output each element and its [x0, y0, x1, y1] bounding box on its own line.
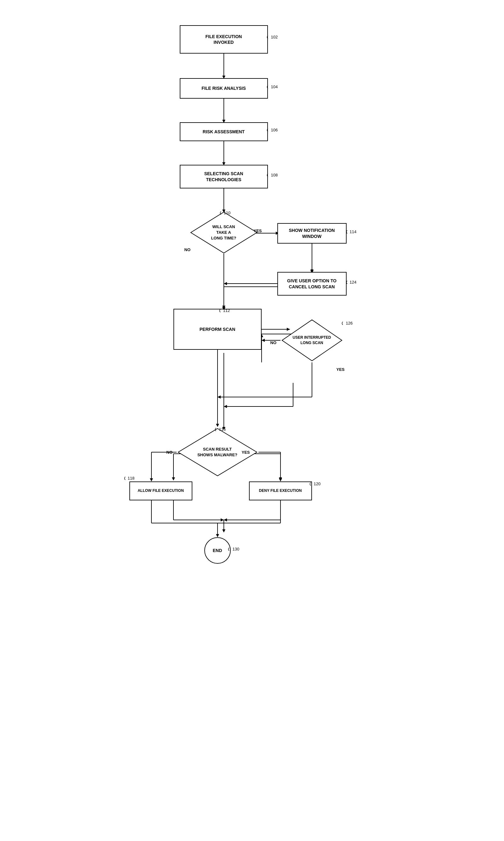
scan-result-text: SCAN RESULTSHOWS MALWARE?	[177, 427, 258, 477]
user-interrupted-text: USER INTERRUPTEDLONG SCAN	[281, 318, 343, 362]
user-interrupted-diamond-container: USER INTERRUPTEDLONG SCAN	[281, 318, 343, 362]
flowchart-diagram: FILE EXECUTIONINVOKED 102 FILE RISK ANAL…	[126, 6, 378, 826]
svg-marker-72	[222, 306, 226, 309]
will-scan-diamond-container: WILL SCANTAKE ALONG TIME?	[187, 210, 260, 255]
will-scan-text: WILL SCANTAKE ALONG TIME?	[187, 210, 260, 255]
scan-result-diamond-container: SCAN RESULTSHOWS MALWARE?	[177, 427, 258, 477]
